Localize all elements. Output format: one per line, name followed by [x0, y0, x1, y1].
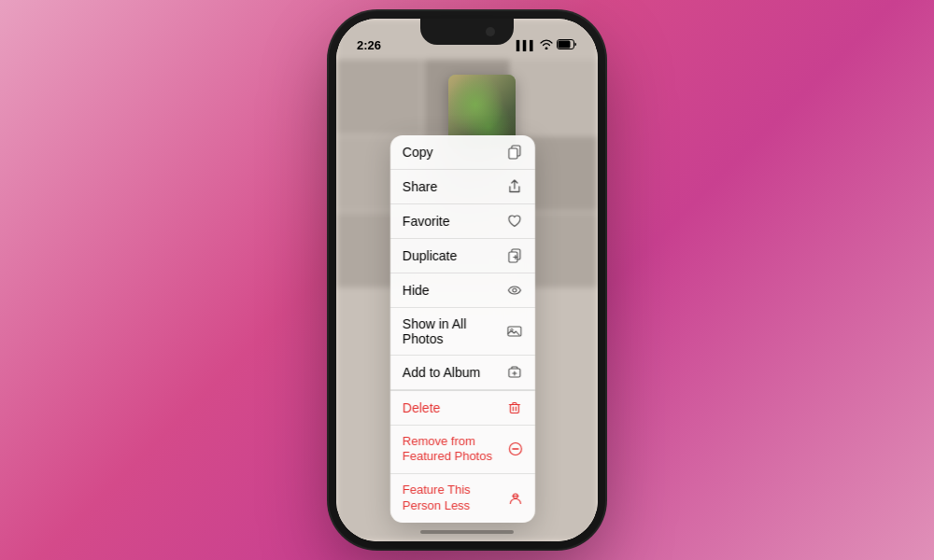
remove-featured-icon [508, 441, 523, 457]
menu-item-favorite-label: Favorite [403, 214, 450, 229]
context-menu: Copy Share [390, 135, 535, 523]
svg-rect-3 [509, 148, 517, 159]
heart-icon [506, 213, 523, 230]
menu-item-favorite[interactable]: Favorite [390, 204, 535, 239]
menu-item-duplicate-label: Duplicate [403, 248, 457, 263]
album-icon [506, 364, 523, 381]
menu-item-add-album[interactable]: Add to Album [390, 356, 535, 390]
trash-icon [506, 399, 523, 416]
phone-inner: 2:26 ▌▌▌ [336, 19, 598, 541]
battery-icon [557, 39, 577, 51]
menu-item-add-album-label: Add to Album [403, 365, 480, 380]
svg-rect-10 [510, 404, 518, 413]
share-icon [506, 178, 523, 195]
hide-icon [506, 282, 523, 299]
menu-item-feature-person-less-label: Feature This Person Less [403, 483, 508, 514]
wifi-icon [540, 39, 553, 51]
menu-item-remove-featured-label: Remove from Featured Photos [403, 434, 508, 466]
menu-item-share[interactable]: Share [390, 170, 535, 204]
menu-item-hide[interactable]: Hide [390, 273, 535, 308]
photos-icon [507, 323, 523, 340]
menu-item-show-all-photos-label: Show in All Photos [403, 316, 507, 346]
status-icons: ▌▌▌ [517, 39, 577, 51]
menu-item-duplicate[interactable]: Duplicate [390, 239, 535, 273]
phone-frame: 2:26 ▌▌▌ [336, 19, 598, 541]
menu-item-share-label: Share [403, 179, 437, 194]
menu-item-hide-label: Hide [403, 283, 430, 298]
svg-rect-1 [559, 40, 571, 48]
menu-item-copy-label: Copy [403, 145, 433, 160]
person-less-icon [508, 490, 523, 507]
menu-item-delete-label: Delete [403, 400, 440, 415]
notch [420, 19, 514, 45]
menu-item-copy[interactable]: Copy [390, 135, 535, 170]
duplicate-icon [506, 247, 523, 264]
signal-icon: ▌▌▌ [517, 40, 536, 50]
front-camera [486, 27, 495, 36]
menu-item-show-all-photos[interactable]: Show in All Photos [390, 308, 535, 356]
menu-item-remove-featured[interactable]: Remove from Featured Photos [390, 426, 535, 475]
menu-item-delete[interactable]: Delete [390, 391, 535, 426]
home-indicator [420, 530, 514, 534]
copy-icon [506, 144, 523, 161]
menu-item-feature-person-less[interactable]: Feature This Person Less [390, 474, 535, 523]
status-time: 2:26 [357, 38, 381, 52]
svg-point-6 [513, 288, 517, 292]
